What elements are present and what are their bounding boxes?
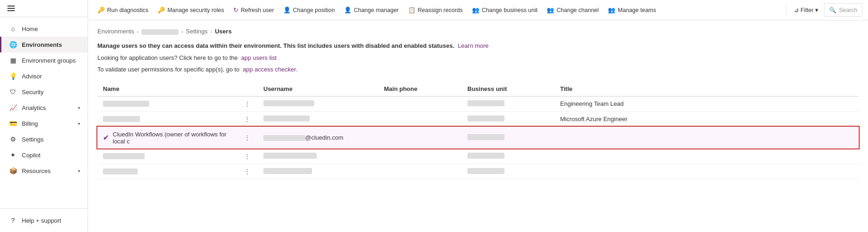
change-business-unit-button[interactable]: 👥 Change business unit (468, 4, 541, 16)
cell-username (258, 148, 378, 164)
cell-more[interactable]: ⋮ (236, 127, 258, 148)
manage-security-roles-icon: 🔑 (158, 6, 165, 13)
validate-text: To validate user permissions for specifi… (97, 66, 239, 73)
column-header-business-unit: Business unit (462, 82, 555, 97)
sidebar-footer: ? Help + support (0, 208, 88, 232)
app-users-line: Looking for application users? Click her… (97, 53, 859, 63)
app-users-link[interactable]: app users list (241, 54, 277, 61)
breadcrumb-sep-2: › (181, 29, 183, 34)
more-options-icon[interactable]: ⋮ (244, 168, 250, 175)
help-icon: ? (9, 217, 17, 224)
change-channel-button[interactable]: 👥 Change channel (543, 4, 602, 16)
table-header-row: Name Username Main phone Business unit T… (97, 82, 859, 97)
environment-groups-icon: ▦ (9, 57, 17, 64)
refresh-user-button[interactable]: ↻ Refresh user (230, 4, 278, 16)
sidebar-item-analytics[interactable]: 📈 Analytics ▾ (0, 100, 88, 116)
sidebar-item-label: Copilot (22, 152, 40, 159)
sidebar-item-copilot[interactable]: ✦ Copilot (0, 147, 88, 163)
cell-business (462, 164, 555, 179)
refresh-user-label: Refresh user (241, 7, 274, 13)
breadcrumb-current: Users (215, 28, 231, 35)
sidebar-item-environment-groups[interactable]: ▦ Environment groups (0, 52, 88, 68)
change-business-unit-icon: 👥 (472, 6, 479, 13)
hamburger-menu-icon[interactable] (7, 6, 15, 11)
reassign-records-button[interactable]: 📋 Reassign records (404, 4, 466, 16)
more-options-icon[interactable]: ⋮ (244, 134, 250, 142)
more-options-icon[interactable]: ⋮ (244, 153, 250, 160)
user-name-text: CluedIn Workflows (owner of workflows fo… (113, 131, 231, 145)
change-position-icon: 👤 (283, 6, 291, 13)
breadcrumb-environments[interactable]: Environments (97, 28, 134, 35)
breadcrumb-env-name[interactable] (141, 28, 179, 35)
username-suffix: @cluedin.com (305, 134, 344, 141)
cell-username (258, 164, 378, 179)
table-row-selected[interactable]: ✔ CluedIn Workflows (owner of workflows … (97, 127, 859, 148)
sidebar-navigation: ⌂ Home 🌐 Environments ▦ Environment grou… (0, 17, 88, 208)
manage-teams-button[interactable]: 👥 Manage teams (604, 4, 660, 16)
search-icon: 🔍 (829, 6, 836, 13)
cell-name (97, 148, 236, 164)
breadcrumb: Environments › › Settings › Users (97, 28, 859, 35)
cell-title: Engineering Team Lead (555, 96, 859, 111)
cell-username (258, 96, 378, 111)
billing-icon: 💳 (9, 120, 17, 127)
filter-chevron-icon: ▾ (815, 6, 818, 13)
environments-icon: 🌐 (9, 41, 17, 48)
table-body: ⋮ Engineering Team Lead (97, 96, 859, 179)
cell-title (555, 164, 859, 179)
validate-link[interactable]: app access checker. (243, 66, 298, 73)
name-cell (103, 116, 231, 122)
filter-button[interactable]: ⊿ Filter ▾ (790, 4, 823, 16)
name-cell (103, 101, 231, 107)
validate-line: To validate user permissions for specifi… (97, 65, 859, 74)
chevron-down-icon: ▾ (78, 121, 80, 126)
sidebar-item-resources[interactable]: 📦 Resources ▾ (0, 163, 88, 179)
main-content: 🔑 Run diagnostics 🔑 Manage security role… (88, 0, 868, 232)
cell-more[interactable]: ⋮ (236, 148, 258, 164)
manage-teams-icon: 👥 (608, 6, 615, 13)
sidebar-item-settings[interactable]: ⚙ Settings (0, 131, 88, 147)
cell-name (97, 96, 236, 111)
cell-username (258, 111, 378, 127)
column-header-more (236, 82, 258, 97)
cell-more[interactable]: ⋮ (236, 111, 258, 127)
sidebar-item-home[interactable]: ⌂ Home (0, 21, 88, 37)
column-header-title: Title (555, 82, 859, 97)
sidebar-item-environments[interactable]: 🌐 Environments (0, 37, 88, 52)
users-table: Name Username Main phone Business unit T… (97, 82, 859, 180)
reassign-records-icon: 📋 (408, 6, 415, 13)
sidebar-item-label: Help + support (22, 217, 61, 224)
learn-more-link[interactable]: Learn more (458, 42, 488, 49)
more-options-icon[interactable]: ⋮ (244, 100, 250, 108)
cell-more[interactable]: ⋮ (236, 164, 258, 179)
search-button[interactable]: 🔍 Search (824, 3, 862, 17)
table-row[interactable]: ⋮ Microsoft Azure Engineer (97, 111, 859, 127)
info-description-text: Manage users so they can access data wit… (97, 42, 454, 49)
table-row[interactable]: ⋮ Engineering Team Lead (97, 96, 859, 111)
table-row[interactable]: ⋮ (97, 148, 859, 164)
manage-teams-label: Manage teams (618, 7, 656, 13)
sidebar-item-help-support[interactable]: ? Help + support (0, 213, 88, 228)
sidebar-item-advisor[interactable]: 💡 Advisor (0, 68, 88, 84)
sidebar-item-security[interactable]: 🛡 Security (0, 84, 88, 100)
content-area: Environments › › Settings › Users Manage… (88, 20, 868, 232)
sidebar-item-label: Settings (22, 136, 44, 143)
manage-security-roles-button[interactable]: 🔑 Manage security roles (154, 4, 228, 16)
settings-icon: ⚙ (9, 135, 17, 143)
reassign-records-label: Reassign records (418, 7, 463, 13)
filter-icon: ⊿ (794, 6, 799, 13)
sidebar-item-label: Advisor (22, 73, 42, 80)
breadcrumb-settings[interactable]: Settings (186, 28, 208, 35)
change-position-label: Change position (293, 7, 335, 13)
change-manager-button[interactable]: 👤 Change manager (340, 4, 402, 16)
sidebar-item-billing[interactable]: 💳 Billing ▾ (0, 116, 88, 131)
cell-business (462, 111, 555, 127)
run-diagnostics-button[interactable]: 🔑 Run diagnostics (94, 4, 152, 16)
change-channel-label: Change channel (556, 7, 599, 13)
table-row[interactable]: ⋮ (97, 164, 859, 179)
more-options-icon[interactable]: ⋮ (244, 116, 250, 123)
cell-phone (378, 111, 462, 127)
cell-more[interactable]: ⋮ (236, 96, 258, 111)
change-position-button[interactable]: 👤 Change position (280, 4, 338, 16)
sidebar-item-label: Home (22, 26, 38, 32)
